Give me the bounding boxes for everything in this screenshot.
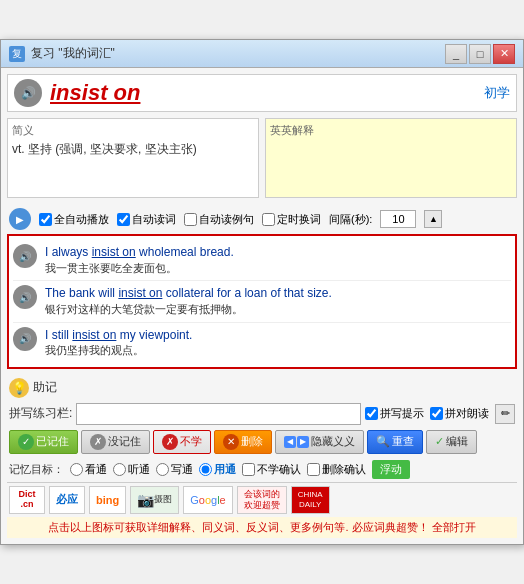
chinese-def-label: 简义 xyxy=(12,123,254,138)
read-checkbox[interactable] xyxy=(430,407,443,420)
not-remembered-icon: ✗ xyxy=(90,434,106,450)
delete-icon: ✕ xyxy=(223,434,239,450)
timed-switch-checkbox[interactable] xyxy=(262,213,275,226)
memory-kantong[interactable]: 看通 xyxy=(70,462,107,477)
example-cn-1: 我一贯主张要吃全麦面包。 xyxy=(45,261,511,276)
memory-options: 看通 听通 写通 用通 不学确认 删除确认 浮动 xyxy=(70,460,410,479)
example-cn-3: 我仍坚持我的观点。 xyxy=(45,343,511,358)
no-learn-icon: ✗ xyxy=(162,434,178,450)
example-text-2: The bank will insist on collateral for a… xyxy=(45,285,511,317)
memory-label: 记忆目标： xyxy=(9,462,64,477)
example-item-2: 🔊 The bank will insist on collateral for… xyxy=(13,281,511,322)
photo-logo[interactable]: 📷 摄图 xyxy=(130,486,179,514)
floating-button[interactable]: 浮动 xyxy=(372,460,410,479)
china-daily-logo[interactable]: CHINADAILY xyxy=(291,486,330,514)
minimize-button[interactable]: _ xyxy=(445,44,467,64)
play-button[interactable]: ▶ xyxy=(9,208,31,230)
content-area: 🔊 insist on 初学 简义 vt. 坚持 (强调, 坚决要求, 坚决主张… xyxy=(1,68,523,544)
example-cn-2: 银行对这样的大笔贷款一定要有抵押物。 xyxy=(45,302,511,317)
memory-row: 记忆目标： 看通 听通 写通 用通 不学确认 删除确认 浮动 xyxy=(7,457,517,482)
bing-logo[interactable]: bing xyxy=(89,486,126,514)
example-item-3: 🔊 I still insist on my viewpoint. 我仍坚持我的… xyxy=(13,323,511,363)
interval-label: 间隔(秒): xyxy=(329,212,372,227)
example-text-3: I still insist on my viewpoint. 我仍坚持我的观点… xyxy=(45,327,511,359)
memory-tingtong[interactable]: 听通 xyxy=(113,462,150,477)
helper-row: 💡 助记 xyxy=(7,375,517,401)
hint-label[interactable]: 拼写提示 xyxy=(365,406,424,421)
bottom-link-text[interactable]: 点击以上图标可获取详细解释、同义词、反义词、更多例句等. 必应词典超赞！ 全部打… xyxy=(48,521,475,533)
example-en-1: I always insist on wholemeal bread. xyxy=(45,244,511,261)
hide-meaning-icons: ◀ ▶ xyxy=(284,436,309,448)
example-speaker-2[interactable]: 🔊 xyxy=(13,285,37,309)
titlebar-controls: _ □ ✕ xyxy=(445,44,515,64)
close-button[interactable]: ✕ xyxy=(493,44,515,64)
controls-bar: ▶ 全自动播放 自动读词 自动读例句 定时换词 间隔(秒): ▲ xyxy=(7,204,517,234)
interval-input[interactable] xyxy=(380,210,416,228)
dict-logo[interactable]: Dict.cn xyxy=(9,486,45,514)
auto-read-checkbox[interactable] xyxy=(117,213,130,226)
helper-label: 助记 xyxy=(33,379,57,396)
word-header: 🔊 insist on 初学 xyxy=(7,74,517,112)
chinese-def-content: vt. 坚持 (强调, 坚决要求, 坚决主张) xyxy=(12,140,254,158)
memory-noxue[interactable]: 不学确认 xyxy=(242,462,301,477)
app-icon: 复 xyxy=(9,46,25,62)
memory-delete[interactable]: 删除确认 xyxy=(307,462,366,477)
english-definition-box: 英英解释 xyxy=(265,118,517,198)
pinyin-label: 拼写练习栏: xyxy=(9,405,72,422)
main-window: 复 复习 "我的词汇" _ □ ✕ 🔊 insist on 初学 简义 vt xyxy=(0,39,524,545)
edit-word-icon: ✓ xyxy=(435,435,444,448)
example-en-2: The bank will insist on collateral for a… xyxy=(45,285,511,302)
hide-meaning-button[interactable]: ◀ ▶ 隐藏义义 xyxy=(275,430,364,454)
memory-xietong[interactable]: 写通 xyxy=(156,462,193,477)
example-speaker-1[interactable]: 🔊 xyxy=(13,244,37,268)
review-button[interactable]: 🔍 重查 xyxy=(367,430,423,454)
pinyin-row: 拼写练习栏: 拼写提示 拼对朗读 ✏ xyxy=(7,401,517,427)
chinese-definition-box: 简义 vt. 坚持 (强调, 坚决要求, 坚决主张) xyxy=(7,118,259,198)
auto-example-checkbox[interactable] xyxy=(184,213,197,226)
word-level: 初学 xyxy=(484,84,510,102)
word-left: 🔊 insist on xyxy=(14,79,140,107)
example-en-3: I still insist on my viewpoint. xyxy=(45,327,511,344)
word-text: insist on xyxy=(50,80,140,106)
interval-up-button[interactable]: ▲ xyxy=(424,210,442,228)
not-remembered-button[interactable]: ✗ 没记住 xyxy=(81,430,150,454)
suggest-logo[interactable]: 会该词的欢迎超赞 xyxy=(237,486,287,514)
titlebar-title: 复习 "我的词汇" xyxy=(31,45,115,62)
maximize-button[interactable]: □ xyxy=(469,44,491,64)
edit-word-button[interactable]: ✓ 编辑 xyxy=(426,430,477,454)
example-item-1: 🔊 I always insist on wholemeal bread. 我一… xyxy=(13,240,511,281)
no-learn-button[interactable]: ✗ 不学 xyxy=(153,430,211,454)
edit-button[interactable]: ✏ xyxy=(495,404,515,424)
hint-checkbox[interactable] xyxy=(365,407,378,420)
titlebar: 复 复习 "我的词汇" _ □ ✕ xyxy=(1,40,523,68)
google-logo[interactable]: Google xyxy=(183,486,233,514)
biying-logo[interactable]: 必应 xyxy=(49,486,85,514)
auto-example-label[interactable]: 自动读例句 xyxy=(184,212,254,227)
titlebar-left: 复 复习 "我的词汇" xyxy=(9,45,115,62)
example-speaker-3[interactable]: 🔊 xyxy=(13,327,37,351)
definitions-row: 简义 vt. 坚持 (强调, 坚决要求, 坚决主张) 英英解释 xyxy=(7,118,517,198)
delete-button[interactable]: ✕ 删除 xyxy=(214,430,272,454)
read-label[interactable]: 拼对朗读 xyxy=(430,406,489,421)
examples-box: 🔊 I always insist on wholemeal bread. 我一… xyxy=(7,234,517,369)
helper-icon: 💡 xyxy=(9,378,29,398)
memory-yongtong[interactable]: 用通 xyxy=(199,462,236,477)
logos-row: Dict.cn 必应 bing 📷 摄图 Google 会该词的欢迎超赞 CH xyxy=(7,482,517,517)
remembered-icon: ✓ xyxy=(18,434,34,450)
auto-read-label[interactable]: 自动读词 xyxy=(117,212,176,227)
word-speaker-icon[interactable]: 🔊 xyxy=(14,79,42,107)
example-text-1: I always insist on wholemeal bread. 我一贯主… xyxy=(45,244,511,276)
remembered-button[interactable]: ✓ 已记住 xyxy=(9,430,78,454)
bottom-link: 点击以上图标可获取详细解释、同义词、反义词、更多例句等. 必应词典超赞！ 全部打… xyxy=(7,517,517,538)
action-buttons: ✓ 已记住 ✗ 没记住 ✗ 不学 ✕ 删除 ◀ ▶ 隐藏义义 xyxy=(7,427,517,457)
english-def-label: 英英解释 xyxy=(270,123,512,138)
pinyin-options: 拼写提示 拼对朗读 ✏ xyxy=(365,404,515,424)
timed-switch-label[interactable]: 定时换词 xyxy=(262,212,321,227)
pinyin-input[interactable] xyxy=(76,403,361,425)
auto-play-label[interactable]: 全自动播放 xyxy=(39,212,109,227)
auto-play-checkbox[interactable] xyxy=(39,213,52,226)
